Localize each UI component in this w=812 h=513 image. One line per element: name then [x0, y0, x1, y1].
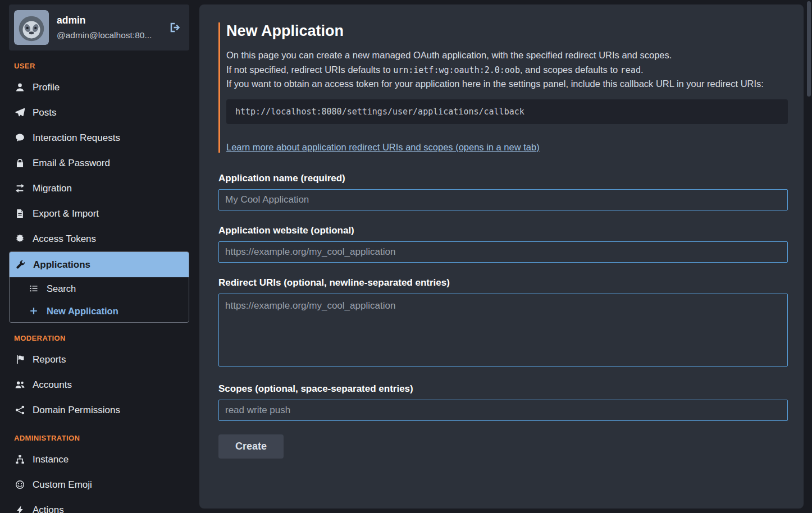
paper-plane-icon: [14, 108, 25, 117]
sidebar-item-label: Access Tokens: [33, 233, 96, 245]
application-name-input[interactable]: [218, 189, 788, 210]
sidebar-item-label: Custom Emoji: [33, 479, 92, 491]
avatar: [14, 10, 49, 45]
sidebar-item-posts[interactable]: Posts: [9, 100, 189, 125]
intro2-post: .: [641, 65, 644, 75]
smile-icon: [14, 480, 25, 489]
intro-line-3: If you want to obtain an access token fo…: [226, 77, 788, 91]
sidebar-item-label: Domain Permissions: [33, 405, 120, 416]
plus-icon: [28, 306, 39, 315]
user-info: admin @admin@localhost:80...: [57, 15, 160, 40]
sidebar-item-label: Applications: [33, 259, 90, 271]
sidebar-item-applications-search[interactable]: Search: [10, 277, 189, 300]
sidebar-item-label: New Application: [47, 306, 118, 317]
redirect-uris-label: Redirect URIs (optional, newline-separat…: [218, 277, 788, 288]
sidebar-item-label: Posts: [33, 107, 57, 118]
sidebar-item-email-password[interactable]: Email & Password: [9, 150, 189, 176]
tools-icon: [15, 260, 26, 269]
share-nodes-icon: [14, 405, 25, 415]
sidebar-item-label: Email & Password: [33, 158, 110, 169]
sidebar-item-export-import[interactable]: Export & Import: [9, 201, 189, 226]
bolt-icon: [14, 505, 25, 513]
file-export-icon: [14, 209, 25, 218]
sidebar-item-label: Profile: [33, 82, 60, 93]
new-application-form: Application name (required) Application …: [218, 173, 788, 459]
user-card[interactable]: admin @admin@localhost:80...: [9, 4, 189, 51]
comment-icon: [14, 133, 25, 143]
redirect-uris-field-group: Redirect URIs (optional, newline-separat…: [218, 277, 788, 369]
sidebar-item-label: Reports: [33, 354, 66, 365]
users-icon: [14, 380, 25, 390]
sidebar-nav-administration: Instance Custom Emoji Actions: [9, 447, 189, 513]
arrows-left-right-icon: [14, 184, 25, 193]
sidebar-item-migration[interactable]: Migration: [9, 176, 189, 201]
scopes-input[interactable]: [218, 400, 788, 421]
intro2-mid: , and scopes defaults to: [520, 65, 621, 75]
applications-group: Applications Search New Application: [9, 251, 189, 323]
user-name: admin: [57, 15, 160, 26]
learn-more-link[interactable]: Learn more about application redirect UR…: [226, 142, 540, 153]
sidebar-item-accounts[interactable]: Accounts: [9, 372, 189, 397]
user-icon: [14, 83, 25, 92]
section-label-user: USER: [14, 62, 189, 70]
sidebar-item-label: Actions: [33, 505, 64, 513]
sidebar-item-profile[interactable]: Profile: [9, 75, 189, 100]
sloth-avatar-image: [14, 10, 49, 45]
sidebar-item-access-tokens[interactable]: Access Tokens: [9, 226, 189, 251]
scopes-field-group: Scopes (optional, space-separated entrie…: [218, 383, 788, 421]
user-handle: @admin@localhost:80...: [57, 30, 160, 40]
scopes-label: Scopes (optional, space-separated entrie…: [218, 383, 788, 395]
sidebar-nav-moderation: Reports Accounts Domain Permissions: [9, 347, 189, 423]
sidebar-item-label: Instance: [33, 454, 69, 465]
callback-url-code-block: http://localhost:8080/settings/user/appl…: [226, 99, 788, 124]
inline-code-oob: urn:ietf:wg:oauth:2.0:oob: [393, 65, 520, 75]
settings-sidebar: admin @admin@localhost:80... USER Profil…: [0, 0, 199, 513]
inline-code-read: read: [621, 65, 641, 75]
page-title: New Application: [226, 22, 788, 40]
application-website-field-group: Application website (optional): [218, 225, 788, 263]
sidebar-nav-user: Profile Posts Interaction Requests Email…: [9, 75, 189, 323]
sidebar-item-label: Accounts: [33, 379, 72, 391]
application-website-label: Application website (optional): [218, 225, 788, 236]
section-label-administration: ADMINISTRATION: [14, 434, 189, 442]
application-name-label: Application name (required): [218, 173, 788, 184]
sidebar-item-interaction-requests[interactable]: Interaction Requests: [9, 125, 189, 150]
create-button[interactable]: Create: [218, 434, 284, 459]
intro2-pre: If not specified, redirect URIs defaults…: [226, 65, 393, 75]
sidebar-item-applications-active[interactable]: Applications: [10, 252, 189, 277]
new-application-panel: New Application On this page you can cre…: [199, 4, 804, 509]
sidebar-item-domain-permissions[interactable]: Domain Permissions: [9, 397, 189, 423]
sitemap-icon: [14, 455, 25, 464]
sidebar-item-label: Interaction Requests: [33, 132, 120, 144]
section-label-moderation: MODERATION: [14, 334, 189, 342]
sidebar-item-label: Migration: [33, 183, 72, 194]
certificate-icon: [14, 234, 25, 244]
sidebar-item-reports[interactable]: Reports: [9, 347, 189, 372]
application-website-input[interactable]: [218, 241, 788, 263]
redirect-uris-textarea[interactable]: [218, 294, 788, 367]
lock-icon: [14, 158, 25, 168]
list-icon: [28, 284, 39, 293]
sidebar-item-custom-emoji[interactable]: Custom Emoji: [9, 472, 189, 497]
sidebar-item-new-application[interactable]: New Application: [10, 300, 189, 322]
sidebar-item-actions[interactable]: Actions: [9, 497, 189, 513]
scrollbar-thumb[interactable]: [807, 1, 811, 97]
app-root: admin @admin@localhost:80... USER Profil…: [0, 0, 812, 513]
sidebar-item-instance[interactable]: Instance: [9, 447, 189, 472]
sidebar-item-label: Search: [47, 283, 76, 294]
intro-line-1: On this page you can create a new manage…: [226, 48, 788, 63]
logout-icon[interactable]: [168, 20, 183, 35]
application-name-field-group: Application name (required): [218, 173, 788, 210]
page-header: New Application On this page you can cre…: [218, 22, 788, 153]
flag-icon: [14, 355, 25, 364]
intro-line-2: If not specified, redirect URIs defaults…: [226, 63, 788, 77]
sidebar-item-label: Export & Import: [33, 208, 99, 219]
